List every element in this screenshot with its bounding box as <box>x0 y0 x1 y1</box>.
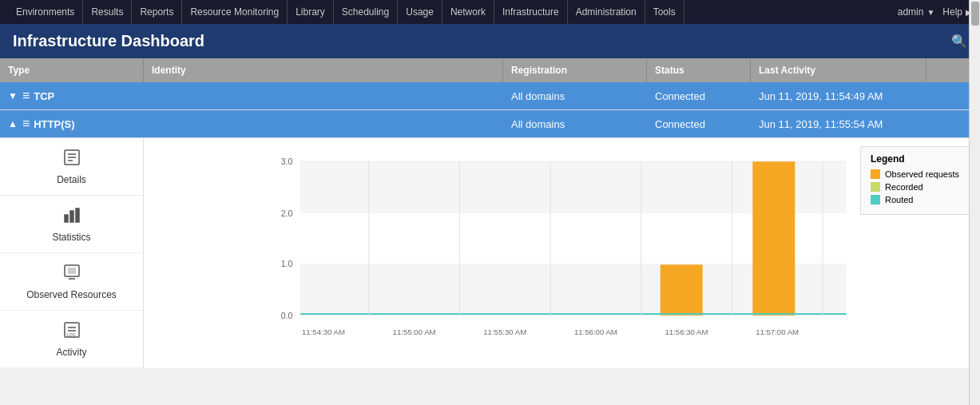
legend: Legend Observed requests Recorded Routed <box>860 146 972 215</box>
header-search-icon[interactable]: 🔍 <box>951 34 967 49</box>
nav-reports[interactable]: Reports <box>132 0 182 24</box>
content-area: Details Statistics <box>0 138 980 368</box>
admin-button[interactable]: admin ▼ <box>898 6 935 18</box>
bar-chart: 3.0 2.0 1.0 0.0 11:54 <box>152 146 972 354</box>
nav-library[interactable]: Library <box>288 0 334 24</box>
svg-text:LOG: LOG <box>67 332 76 337</box>
svg-text:11:56:00 AM: 11:56:00 AM <box>574 328 617 336</box>
svg-text:11:54:30 AM: 11:54:30 AM <box>302 328 345 336</box>
admin-dropdown-icon: ▼ <box>926 8 934 17</box>
legend-observed-label: Observed requests <box>885 169 959 179</box>
https-registration-cell: All domains <box>503 112 647 137</box>
legend-routed-label: Routed <box>885 195 913 204</box>
tcp-registration-cell: All domains <box>503 84 647 109</box>
statistics-label: Statistics <box>52 232 90 243</box>
scroll-thumb[interactable] <box>971 2 979 26</box>
header-bar: Infrastructure Dashboard 🔍 <box>0 24 980 58</box>
sidebar-item-observed-resources[interactable]: Observed Resources <box>0 253 143 311</box>
https-identity-cell <box>144 117 503 130</box>
col-actions <box>926 58 950 82</box>
nav-network[interactable]: Network <box>442 0 494 24</box>
nav-usage[interactable]: Usage <box>398 0 442 24</box>
admin-label: admin <box>898 6 924 18</box>
top-nav: Environments Results Reports Resource Mo… <box>0 0 980 24</box>
https-label: HTTP(S) <box>34 118 74 130</box>
svg-text:0.0: 0.0 <box>281 311 293 320</box>
top-nav-right: admin ▼ Help ▶ <box>898 6 972 18</box>
top-nav-left: Environments Results Reports Resource Mo… <box>8 0 684 24</box>
sidebar-item-activity[interactable]: LOG Activity <box>0 311 143 368</box>
legend-observed: Observed requests <box>871 169 962 179</box>
col-type: Type <box>0 58 144 82</box>
legend-title: Legend <box>871 153 962 165</box>
legend-recorded: Recorded <box>871 182 962 192</box>
legend-recorded-label: Recorded <box>885 182 923 192</box>
details-icon <box>62 148 81 171</box>
tcp-type-cell: ▼ ≡ TCP <box>0 82 144 109</box>
nav-tools[interactable]: Tools <box>645 0 684 24</box>
observed-resources-icon <box>62 263 81 286</box>
tcp-collapse-icon[interactable]: ▼ <box>8 90 18 101</box>
svg-text:11:56:30 AM: 11:56:30 AM <box>665 328 708 336</box>
svg-text:3.0: 3.0 <box>281 157 293 166</box>
https-status-cell: Connected <box>647 112 751 137</box>
help-label: Help <box>942 6 962 18</box>
tcp-row[interactable]: ▼ ≡ TCP All domains Connected Jun 11, 20… <box>0 82 980 110</box>
svg-text:11:57:00 AM: 11:57:00 AM <box>756 328 799 336</box>
svg-text:2.0: 2.0 <box>281 208 293 218</box>
svg-rect-5 <box>70 211 73 222</box>
nav-scheduling[interactable]: Scheduling <box>334 0 398 24</box>
details-label: Details <box>57 174 86 185</box>
legend-observed-color <box>871 169 880 179</box>
https-type-cell: ▲ ≡ HTTP(S) <box>0 110 144 137</box>
legend-routed: Routed <box>871 195 962 204</box>
https-collapse-icon[interactable]: ▲ <box>8 118 18 129</box>
https-actions-cell <box>926 117 950 130</box>
nav-infrastructure[interactable]: Infrastructure <box>494 0 568 24</box>
svg-rect-8 <box>68 268 76 274</box>
activity-icon: LOG <box>62 320 81 343</box>
nav-environments[interactable]: Environments <box>8 0 83 24</box>
tcp-status-cell: Connected <box>647 84 751 109</box>
svg-rect-4 <box>65 215 68 222</box>
col-last-activity: Last Activity <box>751 58 926 82</box>
main-content: Type Identity Registration Status Last A… <box>0 58 980 368</box>
help-button[interactable]: Help ▶ <box>942 6 972 18</box>
nav-resource-monitoring[interactable]: Resource Monitoring <box>182 0 288 24</box>
col-status: Status <box>647 58 751 82</box>
tcp-signal-icon: ≡ <box>22 89 29 103</box>
page-title: Infrastructure Dashboard <box>13 32 204 50</box>
tcp-actions-cell <box>926 89 950 102</box>
https-row[interactable]: ▲ ≡ HTTP(S) All domains Connected Jun 11… <box>0 110 980 138</box>
svg-text:11:55:00 AM: 11:55:00 AM <box>393 328 436 336</box>
legend-recorded-color <box>871 182 880 192</box>
tcp-identity-cell <box>144 89 503 102</box>
sidebar-item-details[interactable]: Details <box>0 138 143 196</box>
chart-area: Legend Observed requests Recorded Routed <box>144 138 980 368</box>
table-header: Type Identity Registration Status Last A… <box>0 58 980 82</box>
legend-routed-color <box>871 195 880 204</box>
bar-1156 <box>661 264 703 316</box>
nav-results[interactable]: Results <box>83 0 132 24</box>
svg-text:11:55:30 AM: 11:55:30 AM <box>483 328 526 336</box>
svg-text:1.0: 1.0 <box>281 259 293 268</box>
col-registration: Registration <box>503 58 647 82</box>
bar-11563 <box>752 161 795 316</box>
scrollbar[interactable] <box>969 0 980 368</box>
sidebar: Details Statistics <box>0 138 144 368</box>
col-identity: Identity <box>144 58 503 82</box>
activity-label: Activity <box>56 347 86 358</box>
nav-administration[interactable]: Administration <box>568 0 645 24</box>
tcp-label: TCP <box>34 90 54 102</box>
https-last-activity-cell: Jun 11, 2019, 11:55:54 AM <box>751 112 926 137</box>
observed-resources-label: Observed Resources <box>26 289 117 300</box>
sidebar-item-statistics[interactable]: Statistics <box>0 196 143 253</box>
tcp-last-activity-cell: Jun 11, 2019, 11:54:49 AM <box>751 84 926 109</box>
svg-rect-6 <box>76 208 79 222</box>
https-signal-icon: ≡ <box>22 117 29 131</box>
statistics-icon <box>62 205 81 228</box>
